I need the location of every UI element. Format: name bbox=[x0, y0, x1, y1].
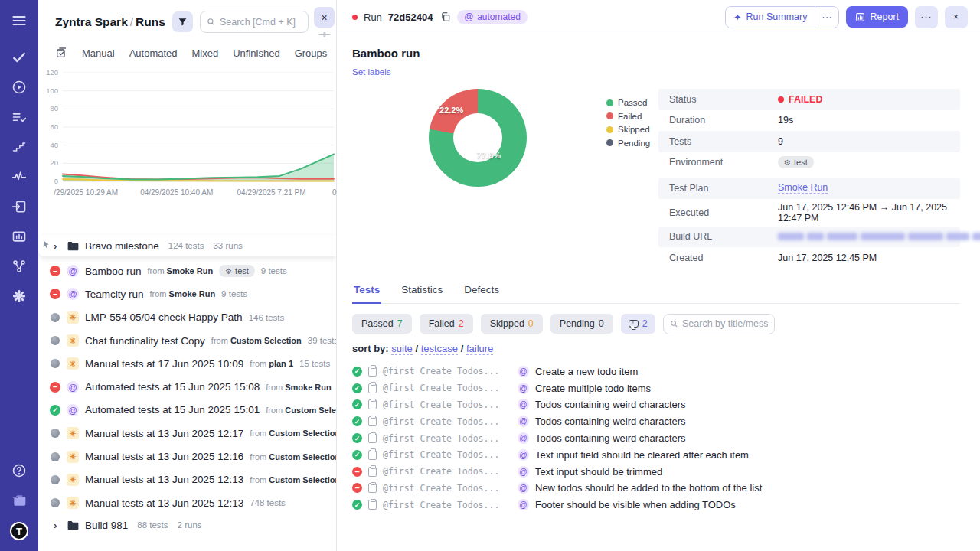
chip-count: 2 bbox=[642, 318, 648, 329]
run-status-neutral-icon bbox=[51, 429, 60, 438]
run-summary-button[interactable]: ✦Run Summary bbox=[726, 7, 815, 28]
legend-label: Failed bbox=[618, 112, 642, 121]
list-check-icon[interactable] bbox=[11, 109, 28, 126]
tab-automated[interactable]: Automated bbox=[129, 47, 178, 59]
run-status-failed-icon bbox=[50, 266, 60, 276]
run-source: from Custom Selection bbox=[250, 452, 336, 461]
automated-test-icon: @ bbox=[518, 416, 529, 427]
sparkles-icon: ✦ bbox=[733, 11, 741, 23]
tab-unfinished[interactable]: Unfinished bbox=[233, 47, 279, 59]
legend-label: Passed bbox=[618, 98, 647, 107]
tab-statistics[interactable]: Statistics bbox=[400, 284, 444, 303]
status-failed-value: FAILED bbox=[778, 94, 822, 105]
chip-count: 0 bbox=[599, 318, 604, 329]
test-row[interactable]: @first Create Todos...@New todos should … bbox=[352, 480, 960, 497]
chip-label: Failed bbox=[429, 318, 455, 329]
run-list-item[interactable]: @Automated tests at 15 Jun 2025 15:08fro… bbox=[38, 375, 336, 398]
test-plan-link[interactable]: Smoke Run bbox=[778, 182, 828, 194]
automated-badge-label: automated bbox=[477, 11, 521, 22]
clipboard-icon bbox=[368, 500, 377, 510]
automated-test-icon: @ bbox=[518, 399, 529, 410]
sort-by-failure[interactable]: failure bbox=[466, 343, 493, 355]
run-list-item[interactable]: ✳Manual tests at 13 Jun 2025 12:13748 te… bbox=[38, 491, 336, 514]
run-title: Teamcity run bbox=[85, 289, 144, 300]
legend-label: Skipped bbox=[618, 125, 650, 134]
test-row[interactable]: @first Create Todos...@Footer should be … bbox=[352, 497, 960, 514]
group-row[interactable]: ›Bravo milestone124 tests33 runs bbox=[38, 235, 336, 256]
panel-resize-icon[interactable]: ⊣⊢ bbox=[318, 31, 330, 39]
tab-groups[interactable]: Groups bbox=[295, 47, 328, 59]
projects-icon[interactable] bbox=[11, 492, 28, 509]
test-row[interactable]: @first Create Todos...@Text input should… bbox=[352, 463, 960, 480]
report-button[interactable]: Report bbox=[846, 6, 908, 28]
group-row[interactable]: ›Build 98188 tests2 runs bbox=[38, 514, 336, 536]
set-labels-link[interactable]: Set labels bbox=[352, 67, 391, 77]
steps-icon[interactable] bbox=[11, 139, 28, 155]
run-list-item[interactable]: ✳Chat functinality test Copyfrom Custom … bbox=[38, 329, 336, 352]
manual-run-icon: ✳ bbox=[67, 334, 79, 347]
search-icon bbox=[670, 319, 678, 328]
chevron-right-icon[interactable]: › bbox=[54, 240, 61, 252]
tab-manual[interactable]: Manual bbox=[82, 47, 115, 59]
test-suite: @first Create Todos... bbox=[383, 483, 511, 494]
test-row[interactable]: @first Create Todos...@Create a new todo… bbox=[352, 364, 960, 380]
run-title: Automated tests at 15 Jun 2025 15:08 bbox=[85, 381, 260, 393]
svg-text:40: 40 bbox=[50, 141, 58, 149]
check-icon[interactable] bbox=[11, 49, 28, 66]
tab-tests[interactable]: Tests bbox=[352, 284, 381, 304]
chip-skipped[interactable]: Skipped0 bbox=[481, 314, 543, 334]
run-detail-panel: Run 72d52404 @automated ✦Run Summary ···… bbox=[337, 0, 980, 551]
breadcrumb: Zyntra Spark/Runs bbox=[55, 15, 165, 29]
close-run-button[interactable]: × bbox=[945, 6, 968, 28]
clipboard-icon bbox=[368, 483, 377, 493]
run-source: from Smoke Run bbox=[266, 383, 332, 392]
chip-passed[interactable]: Passed7 bbox=[352, 314, 412, 334]
menu-icon[interactable] bbox=[11, 12, 28, 29]
run-list-item[interactable]: @Teamcity runfrom Smoke Run9 tests bbox=[38, 282, 336, 305]
run-list-item[interactable]: ✳Manual tests at 13 Jun 2025 12:16from C… bbox=[38, 445, 336, 468]
search-input[interactable] bbox=[220, 17, 302, 28]
test-row[interactable]: @first Create Todos...@Todos containing … bbox=[352, 413, 960, 430]
breadcrumb-separator: / bbox=[128, 15, 136, 28]
group-name: Bravo milestone bbox=[85, 240, 159, 252]
tests-list: @first Create Todos...@Create a new todo… bbox=[352, 364, 960, 514]
runs-icon[interactable] bbox=[11, 79, 28, 96]
sort-by-testcase[interactable]: testcase bbox=[421, 343, 458, 355]
copy-icon[interactable] bbox=[440, 11, 451, 22]
legend-dot bbox=[606, 126, 613, 133]
legend-item: Pending bbox=[606, 139, 650, 148]
tab-defects[interactable]: Defects bbox=[462, 284, 501, 303]
signin-icon[interactable] bbox=[11, 198, 28, 215]
more-options-button[interactable]: ··· bbox=[915, 6, 938, 28]
run-list-item[interactable]: ✳Manual tests at 13 Jun 2025 12:17from C… bbox=[38, 422, 336, 445]
help-icon[interactable] bbox=[11, 462, 28, 479]
run-list-item[interactable]: ✳Manual tests at 13 Jun 2025 12:13from C… bbox=[38, 468, 336, 491]
chip-failed[interactable]: Failed2 bbox=[420, 314, 473, 334]
run-summary-label: Run Summary bbox=[746, 11, 808, 22]
chip-comments[interactable]: 2 bbox=[621, 314, 655, 334]
run-source: from Custom Selection bbox=[250, 475, 336, 484]
test-row[interactable]: @first Create Todos...@Todos containing … bbox=[352, 396, 960, 413]
settings-icon[interactable] bbox=[11, 288, 28, 305]
sort-by-suite[interactable]: suite bbox=[391, 343, 412, 355]
chip-count: 0 bbox=[528, 318, 534, 329]
redacted-build-url[interactable] bbox=[778, 233, 980, 240]
select-runs-icon[interactable] bbox=[55, 47, 67, 59]
run-summary-more-button[interactable]: ··· bbox=[815, 7, 838, 28]
test-row[interactable]: @first Create Todos...@Create multiple t… bbox=[352, 380, 960, 396]
analytics-icon[interactable] bbox=[11, 228, 28, 245]
pulse-icon[interactable] bbox=[11, 168, 28, 185]
tab-mixed[interactable]: Mixed bbox=[192, 47, 219, 59]
run-list-item[interactable]: @Automated tests at 15 Jun 2025 15:01fro… bbox=[38, 399, 336, 422]
tests-search-input[interactable] bbox=[682, 318, 768, 329]
chip-pending[interactable]: Pending0 bbox=[550, 314, 613, 334]
test-row[interactable]: @first Create Todos...@Todos containing … bbox=[352, 430, 960, 447]
test-row[interactable]: @first Create Todos...@Text input field … bbox=[352, 446, 960, 463]
run-list-item[interactable]: ✳LMP-554 05/04 check Happy Path146 tests bbox=[38, 306, 336, 329]
chevron-right-icon[interactable]: › bbox=[54, 520, 61, 531]
branch-icon[interactable] bbox=[11, 258, 28, 275]
panel-close-button[interactable]: × bbox=[314, 7, 335, 28]
filter-button[interactable] bbox=[172, 11, 193, 32]
run-list-item[interactable]: ✳Manual tests at 17 Jun 2025 10:09from p… bbox=[38, 352, 336, 375]
run-list-item[interactable]: @Bamboo runfrom Smoke Run⚙test9 tests bbox=[38, 259, 336, 282]
